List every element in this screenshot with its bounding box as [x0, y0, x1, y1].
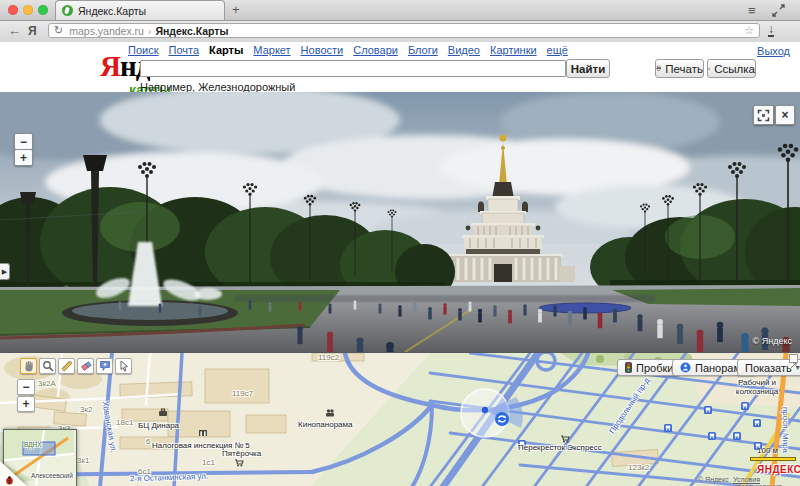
sidebar-expand-tab[interactable]: ▶ — [0, 263, 10, 280]
cursor-icon — [118, 360, 130, 372]
zoom-select-tool-button[interactable] — [39, 358, 56, 374]
map-label-worker-kolkhoz-monument[interactable]: Рабочий и колхозница — [726, 379, 788, 397]
map-view[interactable]: − + Пробки Панорамы Показать ▾ 119с2 119… — [0, 352, 800, 486]
anchor-icon — [708, 63, 710, 75]
pano-close-button[interactable]: × — [775, 105, 795, 125]
nav-images[interactable]: Картинки — [490, 44, 537, 56]
map-label-3k2a: 3к2А — [38, 380, 56, 389]
map-label-119c7: 119с7 — [232, 390, 253, 399]
nav-search[interactable]: Поиск — [128, 44, 158, 56]
map-label-kinopanorama[interactable]: Кинопанорама — [298, 421, 353, 430]
panorama-icon — [680, 362, 691, 373]
find-button[interactable]: Найти — [566, 59, 610, 78]
back-icon[interactable]: ← — [8, 23, 21, 38]
link-label: Ссылка — [714, 63, 755, 75]
nav-blogs[interactable]: Блоги — [408, 44, 438, 56]
map-label-3k1: 3к1 — [77, 457, 89, 466]
map-expand-corner-button[interactable] — [789, 354, 798, 363]
street-panorama-view[interactable]: − + × ▶ © Яндекс — [0, 92, 800, 352]
map-label-123k2: 123к2 — [628, 464, 649, 473]
map-zoom-out-button[interactable]: − — [17, 379, 35, 395]
nav-dictionaries[interactable]: Словари — [353, 44, 398, 56]
pan-tool-button[interactable] — [20, 358, 37, 374]
ruler-icon — [61, 360, 73, 372]
url-separator: › — [148, 25, 152, 37]
map-scale-label: 100 м — [757, 446, 778, 455]
minimap-park-label: ВДНХ — [24, 441, 42, 448]
window-close-button[interactable] — [8, 5, 18, 15]
map-label-3k2: 3к2 — [80, 406, 92, 415]
browser-address-bar: ← Я ↻ maps.yandex.ru › Яндекс.Карты ☆ ↓ — [0, 21, 800, 43]
window-zoom-button[interactable] — [38, 5, 48, 15]
printer-icon — [656, 63, 661, 74]
yandex-browser-icon[interactable]: Я — [28, 24, 37, 38]
print-button[interactable]: Печать — [655, 59, 704, 78]
pano-fullscreen-button[interactable] — [753, 105, 774, 125]
reload-icon[interactable]: ↻ — [54, 24, 63, 37]
terms-link[interactable]: Условия использования — [733, 476, 800, 486]
url-field[interactable]: ↻ maps.yandex.ru › Яндекс.Карты ☆ — [48, 23, 760, 38]
services-nav: Поиск Почта Карты Маркет Новости Словари… — [128, 44, 568, 56]
pano-copyright: © Яндекс — [753, 336, 792, 346]
url-host: maps.yandex.ru — [69, 25, 144, 37]
hand-icon — [23, 360, 35, 372]
tab-favicon — [62, 5, 73, 16]
add-placemark-tool-button[interactable] — [96, 358, 113, 374]
nav-video[interactable]: Видео — [448, 44, 480, 56]
map-label-6: 6 — [146, 438, 150, 447]
map-label-18s1: 18с1 — [116, 419, 133, 428]
share-link-button[interactable]: Ссылка — [707, 59, 756, 78]
show-label: Показать — [745, 362, 792, 374]
download-icon[interactable]: ↓ — [768, 24, 774, 37]
diagonal-arrow-icon — [790, 362, 797, 369]
map-label-bc-dinara[interactable]: БЦ Динара — [138, 422, 179, 431]
browser-window: Яндекс.Карты + ≡ ← Я ↻ maps.yandex.ru › … — [0, 0, 800, 486]
bookmark-star-icon[interactable]: ☆ — [744, 24, 754, 37]
new-tab-button[interactable]: + — [232, 2, 240, 17]
browser-tab[interactable]: Яндекс.Карты — [55, 0, 225, 20]
map-scale-bar — [750, 457, 796, 461]
panorama-scene — [0, 92, 800, 352]
edit-area-tool-button[interactable] — [77, 358, 94, 374]
pano-zoom-out-button[interactable]: − — [14, 133, 33, 150]
menu-icon[interactable]: ≡ — [748, 3, 755, 18]
ladybug-icon[interactable] — [5, 471, 14, 480]
nav-news[interactable]: Новости — [301, 44, 344, 56]
eraser-icon — [80, 360, 92, 372]
map-label-pyaterochka[interactable]: Пятёрочка — [222, 450, 261, 459]
map-copyright: © Яндекс — [698, 476, 729, 483]
logo-letter: Я — [100, 50, 120, 82]
pointer-tool-button[interactable] — [115, 358, 132, 374]
map-label-perekrestok[interactable]: Перекресток Экспресс — [518, 444, 602, 453]
balloon-icon — [99, 360, 111, 372]
nav-more[interactable]: ещё — [547, 44, 568, 56]
print-label: Печать — [665, 63, 703, 75]
search-input[interactable] — [140, 60, 566, 77]
fullscreen-arrows-icon[interactable] — [772, 3, 785, 21]
yandex-map-logo[interactable]: ЯНДЕКС — [757, 464, 800, 475]
nav-mail[interactable]: Почта — [168, 44, 199, 56]
bank-icon — [199, 430, 207, 436]
fullscreen-icon — [757, 109, 770, 122]
url-page-title: Яндекс.Карты — [155, 25, 228, 37]
browser-tab-bar: Яндекс.Карты + ≡ — [0, 0, 800, 21]
tab-title: Яндекс.Карты — [78, 5, 146, 17]
map-label-119c2: 119с2 — [318, 354, 339, 363]
map-zoom-in-button[interactable]: + — [17, 396, 35, 412]
ruler-tool-button[interactable] — [58, 358, 75, 374]
window-minimize-button[interactable] — [23, 5, 33, 15]
traffic-label: Пробки — [636, 362, 673, 374]
map-label-1s1: 1с1 — [202, 459, 215, 468]
nav-maps[interactable]: Карты — [209, 44, 243, 56]
nav-market[interactable]: Маркет — [253, 44, 290, 56]
pano-zoom-in-button[interactable]: + — [14, 149, 33, 166]
yandex-header: Яндекс карты Поиск Почта Карты Маркет Но… — [0, 42, 800, 92]
traffic-light-icon — [625, 362, 632, 373]
magnifier-icon — [42, 360, 54, 372]
map-label-prospekt-mira: просп. Мира — [780, 407, 789, 453]
logout-link[interactable]: Выход — [757, 45, 790, 57]
minimap-district-label: Алексеевский — [31, 472, 73, 479]
